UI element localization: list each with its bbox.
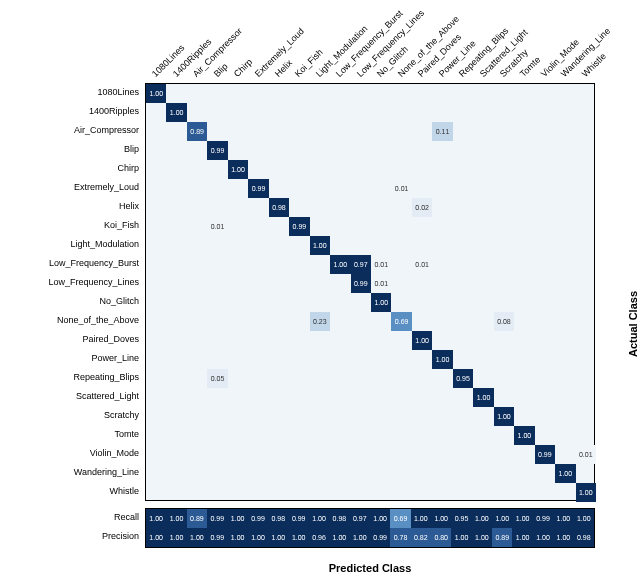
matrix-cell: 0.01 xyxy=(576,445,596,464)
metric-cell: 1.00 xyxy=(472,528,492,547)
matrix-cell: 0.01 xyxy=(371,274,391,293)
metric-label: Recall xyxy=(114,508,139,527)
row-label: Blip xyxy=(124,140,139,159)
matrix-cell: 0.01 xyxy=(371,255,391,274)
metric-cell: 0.99 xyxy=(289,509,309,528)
metric-cell: 0.78 xyxy=(390,528,410,547)
metric-cell: 0.95 xyxy=(451,509,471,528)
matrix-cell: 1.00 xyxy=(228,160,248,179)
matrix-cell: 0.11 xyxy=(432,122,452,141)
metric-cell: 0.89 xyxy=(492,528,512,547)
row-label: 1080Lines xyxy=(97,83,139,102)
metric-cell: 1.00 xyxy=(512,528,532,547)
row-label: Chirp xyxy=(117,159,139,178)
metrics-heatmap: 1.001.000.890.991.000.990.980.991.000.98… xyxy=(145,508,595,548)
x-axis-label: Predicted Class xyxy=(145,562,595,574)
metric-cell: 0.99 xyxy=(370,528,390,547)
metric-cell: 1.00 xyxy=(451,528,471,547)
row-label: Helix xyxy=(119,197,139,216)
matrix-cell: 0.01 xyxy=(207,217,227,236)
matrix-cell: 0.69 xyxy=(391,312,411,331)
matrix-cell: 0.01 xyxy=(412,255,432,274)
col-label: Blip xyxy=(212,61,230,79)
metric-cell: 0.98 xyxy=(268,509,288,528)
row-label: Light_Modulation xyxy=(70,235,139,254)
matrix-cell: 1.00 xyxy=(412,331,432,350)
matrix-cell: 1.00 xyxy=(330,255,350,274)
metric-cell: 1.00 xyxy=(329,528,349,547)
matrix-cell: 1.00 xyxy=(146,84,166,103)
matrix-cell: 1.00 xyxy=(432,350,452,369)
col-label: Chirp xyxy=(232,57,254,79)
metric-row: 1.001.001.000.991.001.001.001.000.961.00… xyxy=(146,528,594,547)
metric-cell: 1.00 xyxy=(146,528,166,547)
metric-cell: 1.00 xyxy=(227,528,247,547)
metric-cell: 1.00 xyxy=(289,528,309,547)
metric-label: Precision xyxy=(102,527,139,546)
matrix-cell: 0.05 xyxy=(207,369,227,388)
metric-cell: 0.99 xyxy=(533,509,553,528)
row-label: Power_Line xyxy=(91,349,139,368)
matrix-cell: 1.00 xyxy=(473,388,493,407)
row-label: Extremely_Loud xyxy=(74,178,139,197)
matrix-cell: 0.99 xyxy=(535,445,555,464)
matrix-cell: 1.00 xyxy=(494,407,514,426)
row-label: Violin_Mode xyxy=(90,444,139,463)
row-label: 1400Ripples xyxy=(89,102,139,121)
matrix-cell: 0.99 xyxy=(351,274,371,293)
metric-cell: 0.97 xyxy=(350,509,370,528)
row-label: No_Glitch xyxy=(99,292,139,311)
metric-cell: 1.00 xyxy=(166,509,186,528)
metric-cell: 1.00 xyxy=(492,509,512,528)
metric-cell: 1.00 xyxy=(472,509,492,528)
metric-cell: 1.00 xyxy=(248,528,268,547)
matrix-cell: 0.98 xyxy=(269,198,289,217)
matrix-cell: 1.00 xyxy=(166,103,186,122)
metric-cell: 0.98 xyxy=(329,509,349,528)
row-label: Air_Compressor xyxy=(74,121,139,140)
matrix-cell: 0.23 xyxy=(310,312,330,331)
metric-cell: 0.89 xyxy=(187,509,207,528)
confusion-matrix: 1.001.000.890.110.991.000.990.010.980.02… xyxy=(145,83,595,501)
metric-cell: 1.00 xyxy=(431,509,451,528)
row-label: None_of_the_Above xyxy=(57,311,139,330)
matrix-cell: 0.02 xyxy=(412,198,432,217)
matrix-cell: 1.00 xyxy=(514,426,534,445)
matrix-cell: 1.00 xyxy=(310,236,330,255)
metric-cell: 1.00 xyxy=(553,509,573,528)
row-label: Tomte xyxy=(114,425,139,444)
matrix-cell: 0.08 xyxy=(494,312,514,331)
metric-row: 1.001.000.890.991.000.990.980.991.000.98… xyxy=(146,509,594,528)
row-label: Koi_Fish xyxy=(104,216,139,235)
metric-cell: 0.69 xyxy=(390,509,410,528)
metric-cell: 1.00 xyxy=(553,528,573,547)
metric-cell: 1.00 xyxy=(166,528,186,547)
metric-cell: 1.00 xyxy=(350,528,370,547)
matrix-cell: 1.00 xyxy=(555,464,575,483)
matrix-cell: 0.01 xyxy=(391,179,411,198)
row-label: Low_Frequency_Lines xyxy=(48,273,139,292)
row-label: Repeating_Blips xyxy=(73,368,139,387)
confusion-matrix-chart: 1080Lines1400RipplesAir_CompressorBlipCh… xyxy=(5,5,635,576)
metric-cell: 1.00 xyxy=(227,509,247,528)
matrix-cell: 0.99 xyxy=(289,217,309,236)
metric-cell: 1.00 xyxy=(574,509,594,528)
metric-cell: 1.00 xyxy=(533,528,553,547)
metric-cell: 0.82 xyxy=(411,528,431,547)
matrix-cell: 0.99 xyxy=(207,141,227,160)
column-labels-group: 1080Lines1400RipplesAir_CompressorBlipCh… xyxy=(145,5,595,83)
metric-cell: 0.99 xyxy=(207,509,227,528)
matrix-cell: 1.00 xyxy=(576,483,596,502)
matrix-cell: 1.00 xyxy=(371,293,391,312)
row-label: Wandering_Line xyxy=(74,463,139,482)
matrix-cell: 0.99 xyxy=(248,179,268,198)
matrix-cell: 0.89 xyxy=(187,122,207,141)
metric-cell: 1.00 xyxy=(411,509,431,528)
metric-cell: 1.00 xyxy=(309,509,329,528)
y-axis-label: Actual Class xyxy=(627,291,639,357)
row-label: Low_Frequency_Burst xyxy=(49,254,139,273)
matrix-cell: 0.95 xyxy=(453,369,473,388)
metric-cell: 1.00 xyxy=(370,509,390,528)
metric-cell: 0.98 xyxy=(574,528,594,547)
metric-cell: 1.00 xyxy=(268,528,288,547)
